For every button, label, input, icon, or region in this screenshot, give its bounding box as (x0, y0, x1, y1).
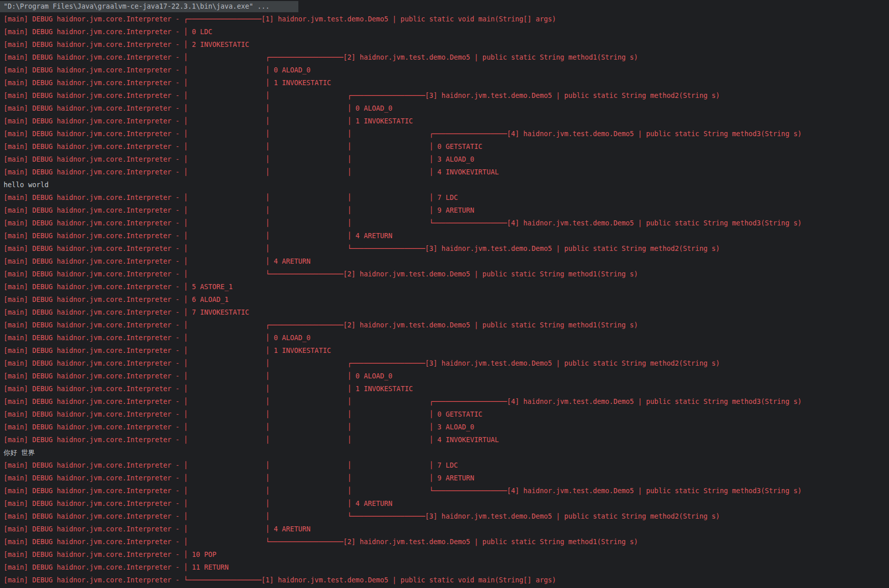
frame-enter-text: [2] haidnor.jvm.test.demo.Demo5 | public… (343, 54, 638, 61)
frame-tree: │ │ │ (184, 372, 355, 380)
log-prefix: [main] DEBUG haidnor.jvm.core.Interprete… (4, 385, 184, 393)
instruction-text: 6 ALOAD_1 (192, 296, 228, 303)
console-output[interactable]: "D:\Program Files\Java\graalvm-ce-java17… (0, 0, 889, 586)
log-line: [main] DEBUG haidnor.jvm.core.Interprete… (0, 382, 889, 395)
log-line: [main] DEBUG haidnor.jvm.core.Interprete… (0, 306, 889, 319)
log-line: [main] DEBUG haidnor.jvm.core.Interprete… (0, 115, 889, 127)
frame-tree: │ │ │ (184, 232, 355, 240)
log-prefix: [main] DEBUG haidnor.jvm.core.Interprete… (4, 296, 184, 303)
frame-tree: │ (184, 551, 192, 558)
log-line: [main] DEBUG haidnor.jvm.core.Interprete… (0, 561, 889, 574)
log-prefix: [main] DEBUG haidnor.jvm.core.Interprete… (4, 143, 184, 150)
frame-exit-text: [4] haidnor.jvm.test.demo.Demo5 | public… (507, 219, 802, 227)
log-prefix: [main] DEBUG haidnor.jvm.core.Interprete… (4, 487, 184, 495)
log-prefix: [main] DEBUG haidnor.jvm.core.Interprete… (4, 321, 184, 329)
log-line: [main] DEBUG haidnor.jvm.core.Interprete… (0, 140, 889, 153)
frame-tree: ┌────────────────── (184, 15, 261, 23)
log-line: [main] DEBUG haidnor.jvm.core.Interprete… (0, 370, 889, 382)
log-line: [main] DEBUG haidnor.jvm.core.Interprete… (0, 204, 889, 217)
log-line: [main] DEBUG haidnor.jvm.core.Interprete… (0, 242, 889, 255)
log-prefix: [main] DEBUG haidnor.jvm.core.Interprete… (4, 258, 184, 265)
frame-tree: │ │ └────────────────── (184, 513, 425, 520)
log-line: [main] DEBUG haidnor.jvm.core.Interprete… (0, 127, 889, 140)
log-line: [main] DEBUG haidnor.jvm.core.Interprete… (0, 153, 889, 166)
log-line: [main] DEBUG haidnor.jvm.core.Interprete… (0, 408, 889, 421)
log-prefix: [main] DEBUG haidnor.jvm.core.Interprete… (4, 117, 184, 125)
log-prefix: [main] DEBUG haidnor.jvm.core.Interprete… (4, 105, 184, 112)
frame-tree: └────────────────── (184, 576, 261, 584)
log-prefix: [main] DEBUG haidnor.jvm.core.Interprete… (4, 334, 184, 342)
instruction-text: 0 ALOAD_0 (355, 372, 392, 380)
frame-tree: │ │ (184, 66, 274, 74)
log-line: [main] DEBUG haidnor.jvm.core.Interprete… (0, 535, 889, 548)
frame-tree: │ (184, 41, 192, 48)
log-line: [main] DEBUG haidnor.jvm.core.Interprete… (0, 191, 889, 204)
frame-tree: │ └────────────────── (184, 270, 343, 278)
frame-tree: │ │ │ (184, 385, 355, 393)
log-line: [main] DEBUG haidnor.jvm.core.Interprete… (0, 331, 889, 344)
frame-tree: │ │ │ │ (184, 436, 438, 444)
instruction-text: 10 POP (192, 551, 216, 558)
instruction-text: 0 ALOAD_0 (274, 334, 311, 342)
frame-enter-text: [2] haidnor.jvm.test.demo.Demo5 | public… (343, 321, 638, 329)
frame-tree: │ │ └────────────────── (184, 245, 425, 252)
frame-tree: │ │ │ ┌────────────────── (184, 398, 507, 405)
log-line: [main] DEBUG haidnor.jvm.core.Interprete… (0, 574, 889, 586)
frame-tree: │ └────────────────── (184, 538, 343, 546)
frame-tree: │ │ │ └────────────────── (184, 219, 507, 227)
log-prefix: [main] DEBUG haidnor.jvm.core.Interprete… (4, 360, 184, 367)
log-prefix: [main] DEBUG haidnor.jvm.core.Interprete… (4, 168, 184, 176)
instruction-text: 1 INVOKESTATIC (274, 347, 331, 354)
instruction-text: 1 INVOKESTATIC (355, 385, 413, 393)
log-prefix: [main] DEBUG haidnor.jvm.core.Interprete… (4, 372, 184, 380)
log-line: [main] DEBUG haidnor.jvm.core.Interprete… (0, 421, 889, 433)
instruction-text: 2 INVOKESTATIC (192, 41, 249, 48)
frame-enter-text: [3] haidnor.jvm.test.demo.Demo5 | public… (425, 92, 720, 99)
command-text: "D:\Program Files\Java\graalvm-ce-java17… (0, 1, 298, 12)
stdout-text: hello world (4, 181, 48, 189)
log-line: [main] DEBUG haidnor.jvm.core.Interprete… (0, 280, 889, 293)
instruction-text: 1 INVOKESTATIC (355, 117, 413, 125)
instruction-text: 4 INVOKEVIRTUAL (438, 436, 499, 444)
log-line: [main] DEBUG haidnor.jvm.core.Interprete… (0, 484, 889, 497)
instruction-text: 4 ARETURN (355, 500, 392, 507)
frame-tree: │ │ (184, 525, 274, 533)
log-prefix: [main] DEBUG haidnor.jvm.core.Interprete… (4, 538, 184, 546)
frame-tree: │ │ │ │ (184, 143, 438, 150)
log-prefix: [main] DEBUG haidnor.jvm.core.Interprete… (4, 411, 184, 418)
log-line: [main] DEBUG haidnor.jvm.core.Interprete… (0, 217, 889, 229)
log-line: [main] DEBUG haidnor.jvm.core.Interprete… (0, 510, 889, 523)
frame-tree: │ (184, 296, 192, 303)
log-prefix: [main] DEBUG haidnor.jvm.core.Interprete… (4, 283, 184, 291)
log-line: [main] DEBUG haidnor.jvm.core.Interprete… (0, 229, 889, 242)
log-prefix: [main] DEBUG haidnor.jvm.core.Interprete… (4, 219, 184, 227)
log-prefix: [main] DEBUG haidnor.jvm.core.Interprete… (4, 462, 184, 469)
stdout-line: hello world (0, 178, 889, 191)
frame-enter-text: [4] haidnor.jvm.test.demo.Demo5 | public… (507, 130, 802, 138)
log-prefix: [main] DEBUG haidnor.jvm.core.Interprete… (4, 232, 184, 240)
log-line: [main] DEBUG haidnor.jvm.core.Interprete… (0, 319, 889, 331)
instruction-text: 4 ARETURN (274, 258, 311, 265)
terminal-window: "D:\Program Files\Java\graalvm-ce-java17… (0, 0, 889, 586)
log-prefix: [main] DEBUG haidnor.jvm.core.Interprete… (4, 525, 184, 533)
frame-enter-text: [3] haidnor.jvm.test.demo.Demo5 | public… (425, 360, 720, 367)
log-prefix: [main] DEBUG haidnor.jvm.core.Interprete… (4, 564, 184, 571)
frame-tree: │ │ │ │ (184, 411, 438, 418)
instruction-text: 0 ALOAD_0 (274, 66, 311, 74)
instruction-text: 0 ALOAD_0 (355, 105, 392, 112)
log-prefix: [main] DEBUG haidnor.jvm.core.Interprete… (4, 576, 184, 584)
log-prefix: [main] DEBUG haidnor.jvm.core.Interprete… (4, 41, 184, 48)
frame-exit-text: [1] haidnor.jvm.test.demo.Demo5 | public… (262, 576, 556, 584)
instruction-text: 7 LDC (438, 194, 458, 201)
log-prefix: [main] DEBUG haidnor.jvm.core.Interprete… (4, 551, 184, 558)
frame-tree: │ │ (184, 334, 274, 342)
frame-tree: │ (184, 564, 192, 571)
log-line: [main] DEBUG haidnor.jvm.core.Interprete… (0, 255, 889, 268)
log-prefix: [main] DEBUG haidnor.jvm.core.Interprete… (4, 15, 184, 23)
log-prefix: [main] DEBUG haidnor.jvm.core.Interprete… (4, 436, 184, 444)
frame-tree: │ │ │ ┌────────────────── (184, 130, 507, 138)
frame-exit-text: [3] haidnor.jvm.test.demo.Demo5 | public… (425, 513, 720, 520)
log-line: [main] DEBUG haidnor.jvm.core.Interprete… (0, 89, 889, 102)
instruction-text: 3 ALOAD_0 (438, 423, 474, 431)
instruction-text: 0 GETSTATIC (438, 411, 482, 418)
